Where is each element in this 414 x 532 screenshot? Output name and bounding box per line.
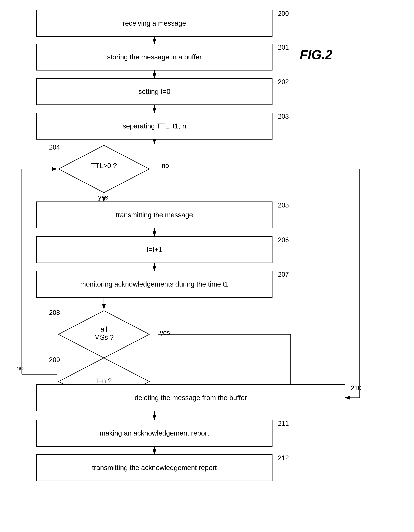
ref-212: 212: [278, 454, 289, 462]
flowchart-diagram: receiving a message 200 storing the mess…: [0, 0, 414, 532]
box-207: monitoring acknowledgements during the t…: [36, 271, 273, 298]
no-label-204: no: [162, 162, 169, 169]
box-200: receiving a message: [36, 10, 273, 37]
svg-text:TTL>0 ?: TTL>0 ?: [91, 162, 117, 170]
yes-label-204: yes: [98, 193, 108, 201]
ref-206: 206: [278, 236, 289, 244]
diamond-204: TTL>0 ?: [57, 143, 151, 194]
box-206: I=I+1: [36, 236, 273, 263]
svg-text:I=n ?: I=n ?: [96, 377, 112, 385]
box-205: transmitting the message: [36, 201, 273, 228]
figure-label: FIG.2: [300, 47, 332, 62]
box-202: setting I=0: [36, 78, 273, 105]
yes-label-208: yes: [160, 329, 170, 336]
box-210: deleting the message from the buffer: [36, 384, 345, 411]
ref-205: 205: [278, 201, 289, 209]
diamond-208: all MSs ?: [57, 309, 151, 360]
svg-text:all: all: [101, 325, 107, 333]
ref-203: 203: [278, 113, 289, 120]
box-203: separating TTL, t1, n: [36, 113, 273, 140]
ref-209: 209: [49, 356, 60, 364]
ref-207: 207: [278, 271, 289, 278]
ref-202: 202: [278, 78, 289, 86]
no-label-209: no: [16, 364, 24, 372]
ref-210: 210: [351, 384, 361, 392]
ref-200: 200: [278, 10, 289, 18]
svg-text:MSs ?: MSs ?: [94, 333, 114, 341]
ref-208: 208: [49, 309, 60, 316]
box-211: making an acknowledgement report: [36, 420, 273, 446]
ref-201: 201: [278, 44, 289, 51]
ref-204: 204: [49, 143, 60, 151]
ref-211: 211: [278, 420, 289, 427]
box-212: transmitting the acknowledgement report: [36, 454, 273, 481]
box-201: storing the message in a buffer: [36, 44, 273, 70]
